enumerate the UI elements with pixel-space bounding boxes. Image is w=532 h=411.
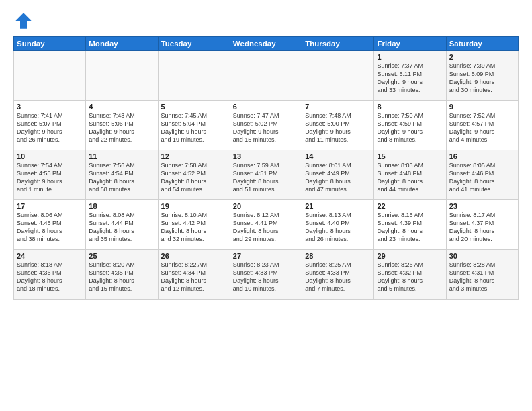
day-info: Sunrise: 8:26 AM Sunset: 4:32 PM Dayligh… <box>377 261 443 293</box>
day-cell: 2Sunrise: 7:39 AM Sunset: 5:09 PM Daylig… <box>446 51 518 101</box>
day-info: Sunrise: 7:45 AM Sunset: 5:04 PM Dayligh… <box>161 111 227 144</box>
day-number: 27 <box>233 252 299 260</box>
day-info: Sunrise: 8:03 AM Sunset: 4:48 PM Dayligh… <box>377 161 443 194</box>
day-number: 10 <box>17 152 83 161</box>
day-cell: 17Sunrise: 8:06 AM Sunset: 4:45 PM Dayli… <box>14 200 86 250</box>
day-info: Sunrise: 8:13 AM Sunset: 4:40 PM Dayligh… <box>305 211 371 244</box>
day-info: Sunrise: 7:59 AM Sunset: 4:51 PM Dayligh… <box>233 161 299 194</box>
day-cell: 24Sunrise: 8:18 AM Sunset: 4:36 PM Dayli… <box>14 250 86 300</box>
day-number: 24 <box>17 252 83 260</box>
day-info: Sunrise: 8:23 AM Sunset: 4:33 PM Dayligh… <box>233 261 299 293</box>
day-info: Sunrise: 8:17 AM Sunset: 4:37 PM Dayligh… <box>449 211 515 244</box>
day-info: Sunrise: 7:52 AM Sunset: 4:57 PM Dayligh… <box>449 111 515 144</box>
day-cell: 3Sunrise: 7:41 AM Sunset: 5:07 PM Daylig… <box>14 101 86 150</box>
svg-marker-0 <box>15 13 31 28</box>
day-info: Sunrise: 7:47 AM Sunset: 5:02 PM Dayligh… <box>233 111 299 144</box>
day-cell: 10Sunrise: 7:54 AM Sunset: 4:55 PM Dayli… <box>14 150 86 200</box>
day-info: Sunrise: 8:20 AM Sunset: 4:35 PM Dayligh… <box>89 261 154 293</box>
day-cell: 22Sunrise: 8:15 AM Sunset: 4:39 PM Dayli… <box>374 200 446 250</box>
day-number: 12 <box>161 152 227 161</box>
day-cell: 30Sunrise: 8:28 AM Sunset: 4:31 PM Dayli… <box>446 250 518 300</box>
day-info: Sunrise: 8:10 AM Sunset: 4:42 PM Dayligh… <box>161 211 227 244</box>
day-cell <box>158 51 230 101</box>
weekday-header-wednesday: Wednesday <box>230 37 302 51</box>
day-number: 17 <box>17 202 83 210</box>
day-cell: 9Sunrise: 7:52 AM Sunset: 4:57 PM Daylig… <box>446 101 518 150</box>
day-number: 23 <box>449 202 515 210</box>
weekday-header-friday: Friday <box>374 37 446 51</box>
day-number: 13 <box>233 152 299 161</box>
day-number: 2 <box>449 53 515 61</box>
weekday-row: SundayMondayTuesdayWednesdayThursdayFrid… <box>14 37 519 51</box>
day-info: Sunrise: 8:22 AM Sunset: 4:34 PM Dayligh… <box>161 261 227 293</box>
day-cell: 5Sunrise: 7:45 AM Sunset: 5:04 PM Daylig… <box>158 101 230 150</box>
day-info: Sunrise: 7:41 AM Sunset: 5:07 PM Dayligh… <box>17 111 83 144</box>
day-info: Sunrise: 7:56 AM Sunset: 4:54 PM Dayligh… <box>89 161 154 194</box>
day-cell: 16Sunrise: 8:05 AM Sunset: 4:46 PM Dayli… <box>446 150 518 200</box>
day-number: 22 <box>377 202 443 210</box>
day-info: Sunrise: 8:28 AM Sunset: 4:31 PM Dayligh… <box>449 261 515 293</box>
weekday-header-thursday: Thursday <box>302 37 374 51</box>
day-number: 4 <box>89 103 154 111</box>
day-number: 5 <box>161 103 227 111</box>
day-number: 6 <box>233 103 299 111</box>
day-number: 8 <box>377 103 443 111</box>
weekday-header-tuesday: Tuesday <box>158 37 230 51</box>
day-cell: 18Sunrise: 8:08 AM Sunset: 4:44 PM Dayli… <box>86 200 158 250</box>
week-row-1: 3Sunrise: 7:41 AM Sunset: 5:07 PM Daylig… <box>14 101 519 150</box>
week-row-3: 17Sunrise: 8:06 AM Sunset: 4:45 PM Dayli… <box>14 200 519 250</box>
page-header <box>13 11 519 31</box>
day-cell: 6Sunrise: 7:47 AM Sunset: 5:02 PM Daylig… <box>230 101 302 150</box>
day-info: Sunrise: 8:12 AM Sunset: 4:41 PM Dayligh… <box>233 211 299 244</box>
day-cell: 13Sunrise: 7:59 AM Sunset: 4:51 PM Dayli… <box>230 150 302 200</box>
day-number: 16 <box>449 152 515 161</box>
day-cell: 23Sunrise: 8:17 AM Sunset: 4:37 PM Dayli… <box>446 200 518 250</box>
day-cell: 19Sunrise: 8:10 AM Sunset: 4:42 PM Dayli… <box>158 200 230 250</box>
calendar-header: SundayMondayTuesdayWednesdayThursdayFrid… <box>14 37 519 51</box>
day-cell: 26Sunrise: 8:22 AM Sunset: 4:34 PM Dayli… <box>158 250 230 300</box>
day-number: 11 <box>89 152 154 161</box>
logo <box>13 11 36 31</box>
calendar-body: 1Sunrise: 7:37 AM Sunset: 5:11 PM Daylig… <box>14 51 519 300</box>
day-info: Sunrise: 8:08 AM Sunset: 4:44 PM Dayligh… <box>89 211 154 244</box>
day-number: 18 <box>89 202 154 210</box>
day-cell: 15Sunrise: 8:03 AM Sunset: 4:48 PM Dayli… <box>374 150 446 200</box>
day-cell: 25Sunrise: 8:20 AM Sunset: 4:35 PM Dayli… <box>86 250 158 300</box>
weekday-header-saturday: Saturday <box>446 37 518 51</box>
day-number: 3 <box>17 103 83 111</box>
day-info: Sunrise: 7:50 AM Sunset: 4:59 PM Dayligh… <box>377 111 443 144</box>
day-cell: 7Sunrise: 7:48 AM Sunset: 5:00 PM Daylig… <box>302 101 374 150</box>
day-info: Sunrise: 7:37 AM Sunset: 5:11 PM Dayligh… <box>377 62 443 95</box>
day-number: 29 <box>377 252 443 260</box>
day-info: Sunrise: 8:18 AM Sunset: 4:36 PM Dayligh… <box>17 261 83 293</box>
day-info: Sunrise: 7:58 AM Sunset: 4:52 PM Dayligh… <box>161 161 227 194</box>
day-cell: 14Sunrise: 8:01 AM Sunset: 4:49 PM Dayli… <box>302 150 374 200</box>
day-number: 25 <box>89 252 154 260</box>
week-row-0: 1Sunrise: 7:37 AM Sunset: 5:11 PM Daylig… <box>14 51 519 101</box>
day-cell: 27Sunrise: 8:23 AM Sunset: 4:33 PM Dayli… <box>230 250 302 300</box>
day-number: 7 <box>305 103 371 111</box>
weekday-header-sunday: Sunday <box>14 37 86 51</box>
day-info: Sunrise: 8:06 AM Sunset: 4:45 PM Dayligh… <box>17 211 83 244</box>
day-info: Sunrise: 7:39 AM Sunset: 5:09 PM Dayligh… <box>449 62 515 95</box>
day-info: Sunrise: 8:01 AM Sunset: 4:49 PM Dayligh… <box>305 161 371 194</box>
day-number: 19 <box>161 202 227 210</box>
day-number: 21 <box>305 202 371 210</box>
day-number: 15 <box>377 152 443 161</box>
day-cell <box>86 51 158 101</box>
day-info: Sunrise: 7:43 AM Sunset: 5:06 PM Dayligh… <box>89 111 154 144</box>
week-row-2: 10Sunrise: 7:54 AM Sunset: 4:55 PM Dayli… <box>14 150 519 200</box>
day-cell: 4Sunrise: 7:43 AM Sunset: 5:06 PM Daylig… <box>86 101 158 150</box>
day-cell: 21Sunrise: 8:13 AM Sunset: 4:40 PM Dayli… <box>302 200 374 250</box>
day-number: 30 <box>449 252 515 260</box>
day-info: Sunrise: 8:15 AM Sunset: 4:39 PM Dayligh… <box>377 211 443 244</box>
day-cell: 28Sunrise: 8:25 AM Sunset: 4:33 PM Dayli… <box>302 250 374 300</box>
day-cell: 8Sunrise: 7:50 AM Sunset: 4:59 PM Daylig… <box>374 101 446 150</box>
day-info: Sunrise: 8:25 AM Sunset: 4:33 PM Dayligh… <box>305 261 371 293</box>
weekday-header-monday: Monday <box>86 37 158 51</box>
day-cell: 1Sunrise: 7:37 AM Sunset: 5:11 PM Daylig… <box>374 51 446 101</box>
day-cell: 29Sunrise: 8:26 AM Sunset: 4:32 PM Dayli… <box>374 250 446 300</box>
logo-icon <box>13 11 34 31</box>
day-cell <box>14 51 86 101</box>
day-info: Sunrise: 8:05 AM Sunset: 4:46 PM Dayligh… <box>449 161 515 194</box>
